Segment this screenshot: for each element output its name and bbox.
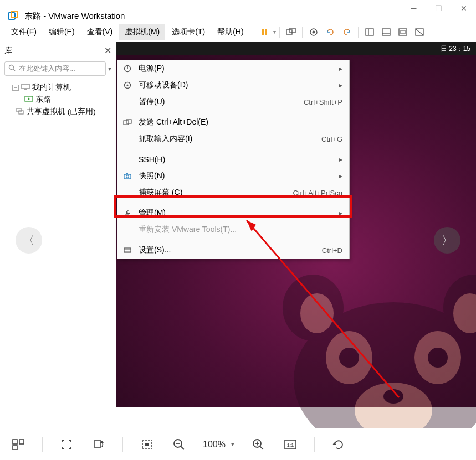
fit-button[interactable] [139, 436, 155, 453]
tree-label: 东路 [35, 95, 51, 105]
close-button[interactable]: ✕ [451, 0, 476, 17]
disc-icon [122, 81, 133, 89]
separator [117, 112, 349, 112]
menu-item-power[interactable]: 电源(P) ▸ [117, 60, 349, 77]
svg-point-30 [300, 293, 334, 333]
minimize-button[interactable]: ─ [401, 0, 426, 17]
send-cad-icon [122, 119, 133, 126]
window-title: 东路 - VMware Workstation [24, 11, 125, 22]
view-unity-button[interactable] [412, 24, 427, 40]
svg-point-33 [383, 389, 403, 404]
prev-image-button[interactable]: 〈 [16, 227, 42, 254]
separator [279, 27, 280, 38]
menu-tabs[interactable]: 选项卡(T) [166, 24, 211, 40]
menu-item-ssh[interactable]: SSH(H) ▸ [117, 151, 349, 168]
svg-rect-13 [401, 30, 405, 34]
tree-vm-donglu[interactable]: 东路 [2, 94, 114, 106]
refresh-button[interactable] [330, 436, 347, 453]
dropdown-icon[interactable]: ▾ [273, 29, 276, 35]
wallpaper-graphic [272, 275, 476, 452]
menu-item-snapshot[interactable]: 快照(N) ▸ [117, 168, 349, 184]
submenu-arrow-icon: ▸ [339, 172, 342, 180]
menu-item-reinstall-vmware-tools: 重新安装 VMware Tools(T)... [117, 221, 349, 238]
svg-rect-4 [286, 30, 292, 34]
tree-my-computer[interactable]: − 我的计算机 [2, 81, 114, 94]
menu-item-pause[interactable]: 暂停(U) Ctrl+Shift+P [117, 94, 349, 110]
svg-point-39 [126, 84, 128, 86]
svg-point-43 [126, 175, 129, 178]
settings-icon [122, 247, 133, 254]
menu-item-grab-input[interactable]: 抓取输入内容(I) Ctrl+G [117, 131, 349, 147]
zoom-dropdown-icon[interactable]: ▾ [231, 441, 234, 448]
menu-view[interactable]: 查看(V) [81, 24, 119, 40]
vmware-app-icon [8, 11, 19, 22]
view-sidebar-button[interactable] [362, 24, 377, 40]
zoom-in-button[interactable] [250, 436, 267, 453]
svg-rect-56 [145, 443, 149, 446]
next-image-button[interactable]: 〉 [434, 227, 460, 254]
svg-point-26 [339, 348, 359, 368]
separator [314, 437, 315, 452]
submenu-arrow-icon: ▸ [339, 209, 342, 217]
svg-rect-8 [366, 29, 373, 35]
send-cad-button[interactable] [283, 24, 299, 40]
menu-file[interactable]: 文件(F) [6, 24, 42, 40]
svg-rect-10 [382, 29, 390, 35]
thumbnail-view-button[interactable] [10, 436, 27, 453]
svg-line-58 [181, 446, 184, 449]
tree-shared-vms[interactable]: 共享虚拟机 (已弃用) [2, 106, 114, 118]
snapshot-icon [122, 173, 133, 179]
separator [117, 149, 349, 149]
svg-point-7 [312, 30, 315, 33]
svg-text:1:1: 1:1 [287, 442, 294, 448]
menu-item-send-cad[interactable]: 发送 Ctrl+Alt+Del(E) [117, 114, 349, 131]
zoom-out-button[interactable] [171, 436, 187, 453]
library-search-input[interactable]: 在此处键入内容... [4, 61, 106, 76]
guest-topbar: 日 23：15 [116, 42, 476, 55]
menu-item-removable-devices[interactable]: 可移动设备(D) ▸ [117, 77, 349, 94]
rotate-button[interactable] [90, 436, 107, 453]
svg-rect-18 [22, 84, 29, 89]
status-bar: 100% ▾ 1:1 [0, 428, 476, 460]
maximize-button[interactable]: ☐ [426, 0, 451, 17]
svg-line-17 [13, 69, 16, 71]
search-placeholder: 在此处键入内容... [19, 64, 75, 74]
svg-line-15 [416, 29, 423, 35]
menu-help[interactable]: 帮助(H) [212, 24, 249, 40]
svg-rect-50 [13, 440, 17, 444]
vm-running-icon [24, 96, 33, 104]
submenu-arrow-icon: ▸ [339, 156, 342, 163]
snapshot-manager-button[interactable] [339, 24, 355, 40]
menu-item-capture-screen[interactable]: 捕获屏幕 (C) Ctrl+Alt+PrtScn [117, 184, 349, 201]
menu-edit[interactable]: 编辑(E) [43, 24, 80, 40]
view-fullscreen-button[interactable] [395, 24, 411, 40]
actual-size-button[interactable]: 1:1 [282, 436, 299, 453]
svg-point-16 [9, 65, 14, 70]
shared-icon [16, 107, 24, 117]
svg-rect-2 [262, 29, 264, 35]
power-icon [122, 65, 133, 73]
pause-button[interactable] [257, 24, 272, 40]
search-icon [8, 64, 16, 73]
svg-rect-3 [265, 29, 267, 35]
svg-point-27 [428, 348, 448, 368]
snapshot-button[interactable] [306, 24, 321, 40]
collapse-icon[interactable]: − [12, 85, 19, 91]
snapshot-back-button[interactable] [323, 24, 338, 40]
svg-rect-52 [13, 446, 17, 450]
computer-icon [21, 84, 30, 92]
submenu-arrow-icon: ▸ [339, 81, 342, 89]
menu-item-settings[interactable]: 设置(S)... Ctrl+D [117, 242, 349, 259]
svg-rect-12 [399, 29, 407, 35]
separator [253, 27, 253, 38]
sidebar-close-button[interactable]: ✕ [104, 45, 111, 56]
menu-vm[interactable]: 虚拟机(M) [119, 24, 165, 40]
separator [358, 27, 359, 38]
svg-rect-44 [126, 173, 128, 174]
menu-item-manage[interactable]: 管理(M) ▸ [117, 205, 349, 221]
fullscreen-button[interactable] [58, 436, 75, 453]
search-dropdown-icon[interactable]: ▾ [108, 65, 111, 73]
svg-rect-53 [94, 441, 101, 447]
library-sidebar: 库 ✕ 在此处键入内容... ▾ − 我的计算机 东路 [0, 42, 116, 407]
view-console-button[interactable] [378, 24, 394, 40]
